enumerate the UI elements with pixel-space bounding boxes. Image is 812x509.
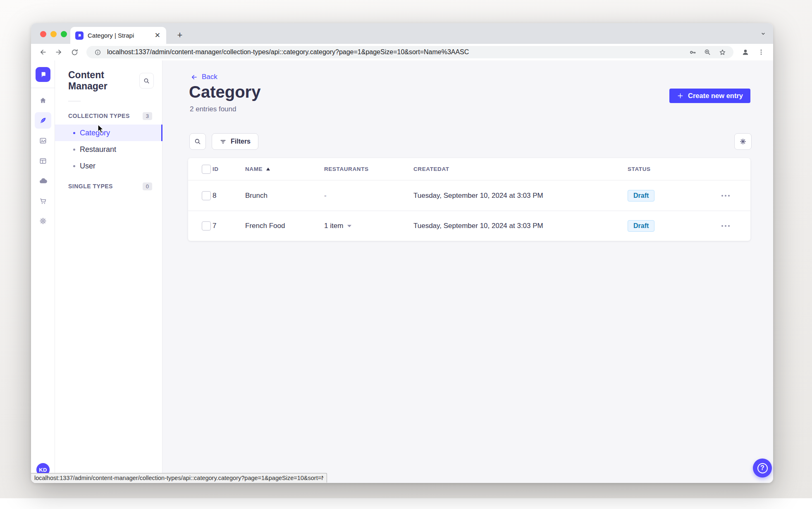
zoom-page-icon[interactable]: [702, 46, 713, 58]
sidebar-item-restaurant[interactable]: Restaurant: [55, 141, 162, 158]
collection-types-label: COLLECTION TYPES: [68, 113, 130, 119]
tab-search-chevron-icon[interactable]: [760, 30, 767, 37]
traffic-lights: [40, 31, 67, 37]
browser-window: Category | Strapi ✕ + localhost:1337/adm…: [31, 23, 773, 483]
sidebar-divider: [68, 101, 81, 101]
strapi-app: KD Content Manager COLLECTION TYPES 3 Ca…: [31, 60, 773, 483]
column-header-id[interactable]: ID: [213, 166, 245, 172]
select-all-checkbox[interactable]: [202, 165, 211, 174]
strapi-logo-icon[interactable]: [36, 67, 50, 82]
sidebar-item-label: User: [80, 162, 96, 170]
cell-restaurants: -: [324, 192, 413, 200]
browser-toolbar: localhost:1337/admin/content-manager/col…: [31, 44, 773, 60]
bullet-icon: [73, 149, 75, 151]
browser-menu-icon[interactable]: [755, 46, 767, 58]
column-header-name[interactable]: NAME: [245, 166, 324, 172]
row-checkbox[interactable]: [202, 221, 211, 230]
browser-tab[interactable]: Category | Strapi ✕: [70, 27, 166, 44]
bullet-icon: [73, 165, 75, 167]
entries-count: 2 entries found: [190, 105, 236, 113]
filter-icon: [220, 138, 227, 145]
column-header-restaurants[interactable]: RESTAURANTS: [324, 166, 413, 172]
zoom-window-button[interactable]: [61, 31, 67, 37]
tab-close-icon[interactable]: ✕: [154, 31, 161, 40]
cell-createdat: Tuesday, September 10, 2024 at 3:03 PM: [413, 192, 628, 200]
sidebar-item-category[interactable]: Category: [55, 125, 162, 141]
column-header-status[interactable]: STATUS: [628, 166, 711, 172]
cell-id: 8: [213, 192, 245, 200]
filters-button[interactable]: Filters: [212, 133, 258, 150]
cell-name: French Food: [245, 222, 324, 230]
entries-table: ID NAME RESTAURANTS CREATEDAT STATUS 8 B…: [188, 158, 750, 241]
back-icon[interactable]: [37, 46, 49, 58]
link-status-bar: localhost:1337/admin/content-manager/col…: [31, 473, 327, 483]
browser-tab-bar: Category | Strapi ✕ +: [31, 23, 773, 44]
page-title: Category: [189, 83, 260, 101]
marketplace-cart-icon[interactable]: [35, 193, 51, 209]
profile-icon[interactable]: [739, 46, 752, 58]
back-link[interactable]: Back: [190, 73, 217, 81]
settings-gear-icon[interactable]: [35, 213, 51, 229]
collection-types-count-badge: 3: [143, 112, 152, 120]
table-header-row: ID NAME RESTAURANTS CREATEDAT STATUS: [188, 158, 750, 180]
main-content: Back Category 2 entries found Create new…: [162, 60, 773, 483]
row-checkbox[interactable]: [202, 191, 211, 200]
url-bar[interactable]: localhost:1337/admin/content-manager/col…: [86, 46, 733, 58]
column-header-createdat[interactable]: CREATEDAT: [413, 166, 628, 172]
content-type-builder-icon[interactable]: [35, 153, 51, 169]
page-info-icon[interactable]: [92, 46, 103, 58]
row-actions-menu-icon[interactable]: [721, 225, 750, 227]
sidebar-item-label: Restaurant: [80, 145, 116, 154]
desktop-bottom-strip: [0, 498, 812, 509]
help-button[interactable]: ?: [753, 459, 772, 478]
view-settings-button[interactable]: [734, 133, 752, 150]
cell-restaurants[interactable]: 1 item: [324, 222, 413, 230]
sidebar-title: Content Manager: [68, 70, 139, 92]
close-window-button[interactable]: [40, 31, 46, 37]
question-mark-icon: ?: [757, 463, 768, 473]
table-row[interactable]: 8 Brunch - Tuesday, September 10, 2024 a…: [188, 180, 750, 211]
single-types-count-badge: 0: [143, 182, 152, 190]
cell-id: 7: [213, 222, 245, 230]
back-arrow-icon: [190, 73, 198, 81]
cell-createdat: Tuesday, September 10, 2024 at 3:03 PM: [413, 222, 628, 230]
forward-icon[interactable]: [53, 46, 65, 58]
bullet-icon: [73, 132, 75, 134]
single-types-label: SINGLE TYPES: [68, 183, 113, 190]
plus-icon: [677, 92, 684, 99]
row-actions-menu-icon[interactable]: [721, 195, 750, 197]
create-new-entry-button[interactable]: Create new entry: [669, 89, 750, 103]
url-text[interactable]: localhost:1337/admin/content-manager/col…: [107, 48, 683, 56]
chevron-down-icon: [347, 224, 352, 228]
status-badge: Draft: [628, 220, 654, 232]
reload-icon[interactable]: [68, 46, 81, 58]
sidebar-item-user[interactable]: User: [55, 158, 162, 174]
main-nav-rail: KD: [31, 60, 55, 483]
content-manager-sidebar: Content Manager COLLECTION TYPES 3 Categ…: [55, 60, 162, 483]
media-library-icon[interactable]: [35, 132, 51, 149]
cloud-icon[interactable]: [35, 173, 51, 189]
sort-ascending-icon: [266, 167, 270, 171]
minimize-window-button[interactable]: [50, 31, 57, 37]
mouse-cursor: [97, 124, 106, 134]
strapi-favicon-icon: [75, 31, 84, 40]
home-icon[interactable]: [35, 92, 51, 109]
table-row[interactable]: 7 French Food 1 item Tuesday, September …: [188, 211, 750, 241]
password-key-icon[interactable]: [687, 46, 698, 58]
cell-name: Brunch: [245, 192, 324, 200]
bookmark-star-icon[interactable]: [717, 46, 728, 58]
content-manager-icon[interactable]: [35, 112, 51, 129]
rail-divider: [31, 88, 55, 88]
status-badge: Draft: [628, 190, 654, 202]
sidebar-search-button[interactable]: [139, 73, 154, 89]
list-search-button[interactable]: [189, 133, 206, 150]
new-tab-button[interactable]: +: [174, 29, 186, 41]
tab-title: Category | Strapi: [88, 32, 150, 39]
